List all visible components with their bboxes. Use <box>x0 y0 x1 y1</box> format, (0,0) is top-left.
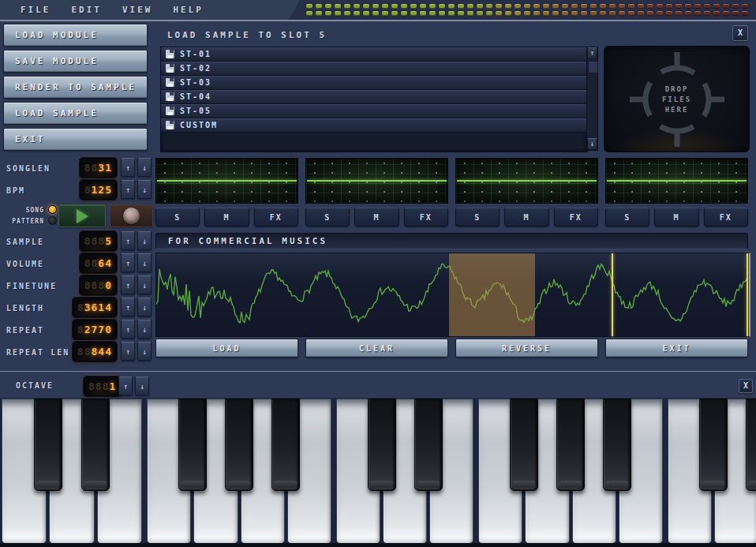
drop-files-label: DROP FILES HERE <box>604 84 749 114</box>
menu-view[interactable]: VIEW <box>122 5 153 15</box>
dialog-close-button[interactable]: X <box>732 25 748 41</box>
black-key[interactable] <box>81 399 110 491</box>
black-key[interactable] <box>699 399 728 491</box>
pattern-led-icon[interactable] <box>48 216 57 225</box>
drop-files-target[interactable]: DROP FILES HERE <box>604 46 750 152</box>
waveform-display[interactable] <box>155 253 750 337</box>
black-key[interactable] <box>603 399 631 491</box>
led-cell <box>429 11 436 16</box>
black-key[interactable] <box>225 399 253 491</box>
led-cell <box>732 4 739 9</box>
songlen-down-button[interactable]: ↓ <box>137 158 152 177</box>
mute-button-ch2[interactable]: M <box>354 208 399 227</box>
scroll-down-button[interactable]: ↓ <box>587 138 597 150</box>
octave-up-button[interactable]: ↑ <box>118 377 133 395</box>
scrollbar-thumb[interactable] <box>588 61 598 73</box>
repeat-down-button[interactable]: ↓ <box>137 320 152 339</box>
led-cell <box>628 4 634 9</box>
channel-buttons: SMFX <box>155 208 298 227</box>
menu-file[interactable]: FILE <box>21 5 51 15</box>
fx-button-ch1[interactable]: FX <box>254 208 298 227</box>
scroll-up-button[interactable]: ↑ <box>587 47 597 59</box>
mute-button-ch4[interactable]: M <box>654 208 698 227</box>
sample-up-button[interactable]: ↑ <box>121 231 135 250</box>
exit-button[interactable]: EXIT <box>3 128 148 151</box>
black-key[interactable] <box>746 399 756 491</box>
finetune-down-button[interactable]: ↓ <box>137 275 152 294</box>
led-cell <box>420 4 426 9</box>
solo-button-ch3[interactable]: S <box>455 208 500 227</box>
loop-start-marker[interactable] <box>612 253 613 336</box>
black-key[interactable] <box>556 399 585 491</box>
file-list-item[interactable]: ST-02 <box>161 62 587 76</box>
led-cell <box>609 4 616 9</box>
repeat-len-up-button[interactable]: ↑ <box>121 342 135 361</box>
channel-scope-1: SMFX <box>155 158 298 227</box>
solo-button-ch4[interactable]: S <box>605 208 649 227</box>
led-cell <box>647 4 653 9</box>
led-cell <box>609 11 616 16</box>
wave-exit-button[interactable]: EXIT <box>605 339 748 358</box>
led-cell <box>543 4 549 9</box>
solo-button-ch1[interactable]: S <box>155 208 200 227</box>
led-cell <box>562 11 568 16</box>
sample-down-button[interactable]: ↓ <box>137 231 152 250</box>
parameter-panel: SONGLEN 8831 ↑ ↓ BPM 8125 ↑ ↓ SAMPLE 888… <box>6 155 153 368</box>
menu-help[interactable]: HELP <box>174 5 204 15</box>
save-module-button[interactable]: SAVE MODULE <box>3 50 148 73</box>
led-cell <box>458 11 464 16</box>
menu-edit[interactable]: EDIT <box>72 5 103 15</box>
keyboard-close-button[interactable]: X <box>739 379 753 393</box>
load-module-button[interactable]: LOAD MODULE <box>3 24 148 47</box>
file-list-item[interactable]: CUSTOM <box>161 118 587 133</box>
file-list-item[interactable]: ST-05 <box>161 104 587 118</box>
song-led-icon[interactable] <box>48 205 57 214</box>
file-list-item[interactable]: ST-04 <box>161 90 587 104</box>
wave-clear-button[interactable]: CLEAR <box>305 339 448 358</box>
black-key[interactable] <box>414 399 443 491</box>
wave-reverse-button[interactable]: REVERSE <box>455 339 598 358</box>
led-cell <box>704 11 710 16</box>
black-key[interactable] <box>34 399 62 491</box>
fx-button-ch4[interactable]: FX <box>704 208 748 227</box>
songlen-up-button[interactable]: ↑ <box>121 158 135 177</box>
volume-up-button[interactable]: ↑ <box>121 253 135 272</box>
led-cell <box>391 4 398 9</box>
file-list-item[interactable]: ST-03 <box>161 76 587 90</box>
record-button[interactable] <box>110 204 153 227</box>
length-up-button[interactable]: ↑ <box>121 298 135 317</box>
repeat-up-button[interactable]: ↑ <box>121 320 135 339</box>
load-sample-button[interactable]: LOAD SAMPLE <box>3 102 148 125</box>
fx-button-ch3[interactable]: FX <box>554 208 598 227</box>
octave-down-button[interactable]: ↓ <box>135 377 149 395</box>
sample-name-field[interactable]: FOR COMMERCIAL MUSICS <box>155 233 748 249</box>
mute-button-ch1[interactable]: M <box>204 208 249 227</box>
led-cell <box>600 11 606 16</box>
volume-down-button[interactable]: ↓ <box>137 253 152 272</box>
led-cell <box>467 4 473 9</box>
play-button[interactable] <box>58 204 106 227</box>
scope-trace-line <box>307 180 447 182</box>
finetune-up-button[interactable]: ↑ <box>121 275 135 294</box>
repeat-row: REPEAT 82770 ↑ ↓ <box>6 320 152 340</box>
file-list-item[interactable]: ST-01 <box>161 47 587 62</box>
black-key[interactable] <box>271 399 300 491</box>
fx-button-ch2[interactable]: FX <box>404 208 448 227</box>
black-key[interactable] <box>368 399 396 491</box>
dialog-title: LOAD SAMPLE TO SLOT 5 <box>167 30 327 40</box>
black-key[interactable] <box>510 399 538 491</box>
floppy-disk-icon <box>166 107 174 115</box>
wave-load-button[interactable]: LOAD <box>155 339 298 358</box>
repeat-len-down-button[interactable]: ↓ <box>137 342 152 361</box>
bpm-up-button[interactable]: ↑ <box>121 180 135 199</box>
mute-button-ch3[interactable]: M <box>504 208 548 227</box>
black-key[interactable] <box>178 399 207 491</box>
channel-scope-2: SMFX <box>305 158 448 227</box>
length-down-button[interactable]: ↓ <box>137 298 152 317</box>
scope-display <box>455 158 598 204</box>
solo-button-ch2[interactable]: S <box>305 208 350 227</box>
loop-end-marker[interactable] <box>747 253 748 336</box>
led-cell <box>363 11 369 16</box>
bpm-down-button[interactable]: ↓ <box>137 180 152 199</box>
render-to-sample-button[interactable]: RENDER TO SAMPLE <box>3 76 148 99</box>
